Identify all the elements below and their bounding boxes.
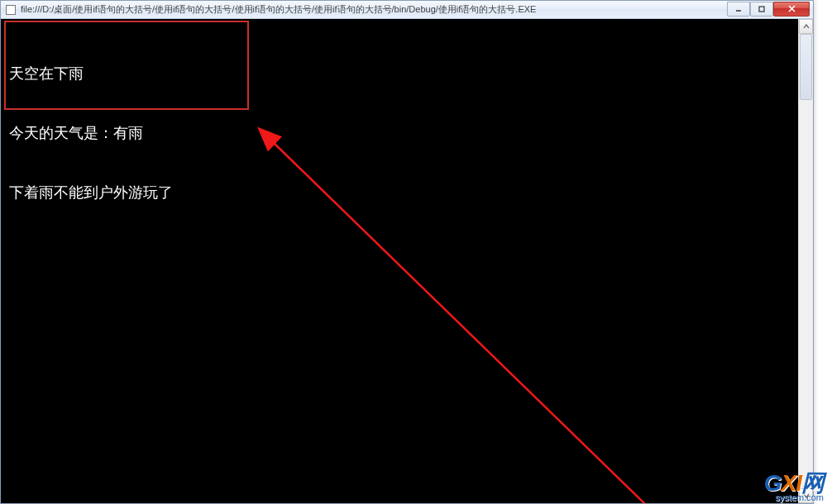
scroll-up-button[interactable]	[799, 19, 813, 34]
app-icon	[6, 5, 16, 15]
close-icon	[787, 4, 796, 13]
titlebar[interactable]: file:///D:/桌面/使用if语句的大括号/使用if语句的大括号/使用if…	[1, 1, 813, 19]
scroll-track[interactable]	[799, 34, 813, 488]
scroll-down-button[interactable]	[799, 488, 813, 503]
chevron-up-icon	[803, 23, 810, 30]
window-title: file:///D:/桌面/使用if语句的大括号/使用if语句的大括号/使用if…	[21, 3, 727, 16]
scroll-thumb[interactable]	[800, 34, 812, 100]
chevron-down-icon	[803, 492, 810, 499]
maximize-button[interactable]	[750, 2, 773, 17]
console-line: 今天的天气是：有雨	[9, 123, 173, 143]
maximize-icon	[758, 5, 766, 13]
client-area: 天空在下雨 今天的天气是：有雨 下着雨不能到户外游玩了	[1, 19, 813, 503]
svg-rect-1	[759, 7, 764, 12]
console-line: 天空在下雨	[9, 64, 173, 83]
svg-line-4	[272, 141, 646, 503]
app-window: file:///D:/桌面/使用if语句的大括号/使用if语句的大括号/使用if…	[0, 0, 814, 504]
console-viewport[interactable]: 天空在下雨 今天的天气是：有雨 下着雨不能到户外游玩了	[1, 19, 798, 503]
close-button[interactable]	[773, 2, 810, 17]
console-output: 天空在下雨 今天的天气是：有雨 下着雨不能到户外游玩了	[9, 24, 173, 242]
minimize-button[interactable]	[727, 2, 750, 17]
console-line: 下着雨不能到户外游玩了	[9, 183, 173, 202]
minimize-icon	[734, 5, 743, 13]
vertical-scrollbar[interactable]	[798, 19, 813, 503]
window-controls	[727, 2, 810, 17]
